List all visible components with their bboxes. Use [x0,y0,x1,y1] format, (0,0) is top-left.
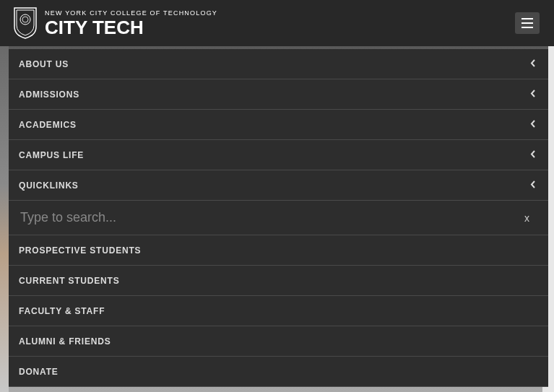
logo-subtitle: NEW YORK CITY COLLEGE OF TECHNOLOGY [45,10,217,17]
scrollbar-track[interactable] [548,0,554,392]
logo-shield-icon [13,6,38,40]
menu-label: ALUMNI & FRIENDS [19,336,111,347]
menu-item-faculty-staff[interactable]: FACULTY & STAFF [9,296,548,326]
menu-label: QUICKLINKS [19,180,79,191]
chevron-left-icon [530,180,535,191]
menu-item-alumni-friends[interactable]: ALUMNI & FRIENDS [9,326,548,357]
chevron-left-icon [530,150,535,160]
logo-title: CITY TECH [45,18,217,37]
chevron-left-icon [530,59,535,69]
menu-item-campus-life[interactable]: CAMPUS LIFE [9,140,548,170]
menu-label: PROSPECTIVE STUDENTS [19,245,141,256]
logo-text: NEW YORK CITY COLLEGE OF TECHNOLOGY CITY… [45,10,217,37]
search-input[interactable] [20,210,519,225]
background-peek-left [0,46,9,392]
svg-point-0 [20,14,30,25]
menu-item-donate[interactable]: DONATE [9,357,548,387]
menu-label: DONATE [19,367,59,377]
svg-point-1 [22,17,28,22]
chevron-left-icon [530,120,535,130]
menu-toggle-button[interactable] [515,12,540,34]
menu-item-prospective-students[interactable]: PROSPECTIVE STUDENTS [9,235,548,266]
menu-item-admissions[interactable]: ADMISSIONS [9,79,548,110]
navigation-menu: ABOUT US ADMISSIONS ACADEMICS CAMPUS LIF… [9,49,548,387]
menu-label: FACULTY & STAFF [19,306,105,316]
menu-label: ACADEMICS [19,120,77,130]
chevron-left-icon [530,90,535,100]
menu-item-quicklinks[interactable]: QUICKLINKS [9,170,548,201]
site-header: NEW YORK CITY COLLEGE OF TECHNOLOGY CITY… [0,0,554,46]
menu-label: ABOUT US [19,59,69,69]
search-row: x [9,201,548,235]
menu-item-academics[interactable]: ACADEMICS [9,110,548,140]
menu-item-current-students[interactable]: CURRENT STUDENTS [9,266,548,296]
hamburger-icon [521,18,533,19]
search-close-button[interactable]: x [519,209,535,227]
menu-label: CURRENT STUDENTS [19,276,119,286]
menu-label: CAMPUS LIFE [19,150,84,160]
menu-label: ADMISSIONS [19,90,79,100]
menu-item-about-us[interactable]: ABOUT US [9,49,548,79]
logo[interactable]: NEW YORK CITY COLLEGE OF TECHNOLOGY CITY… [13,6,217,40]
